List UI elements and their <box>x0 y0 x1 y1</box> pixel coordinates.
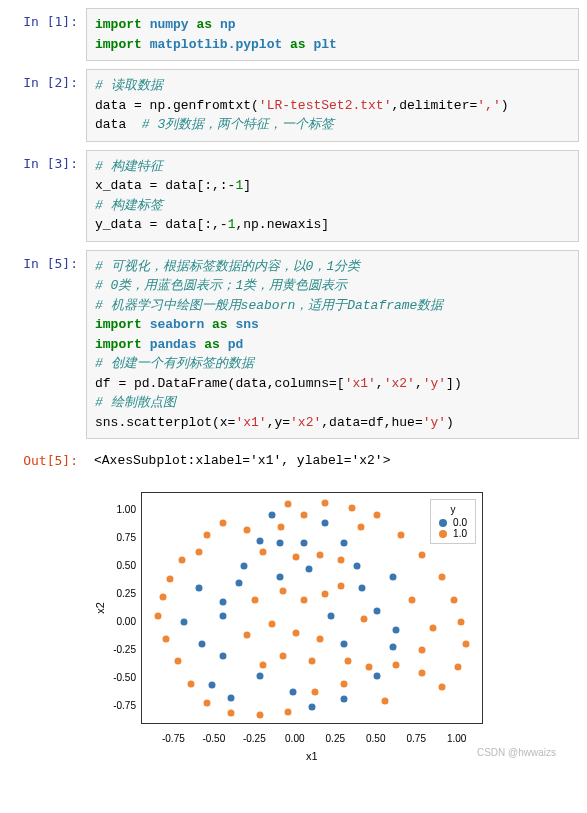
output-cell-5: Out[5]: <AxesSubplot:xlabel='x1', ylabel… <box>8 447 579 474</box>
scatter-point <box>244 527 251 534</box>
scatter-point <box>341 641 348 648</box>
scatter-point <box>292 630 299 637</box>
scatter-point <box>321 520 328 527</box>
scatter-point <box>174 658 181 665</box>
chart-legend: y 0.0 1.0 <box>430 499 476 544</box>
scatter-point <box>344 658 351 665</box>
code-cell-5: In [5]: # 可视化，根据标签数据的内容，以0，1分类 # 0类，用蓝色圆… <box>8 250 579 440</box>
scatter-point <box>438 574 445 581</box>
scatter-point <box>309 658 316 665</box>
scatter-point <box>300 512 307 519</box>
x-tick-label: 0.50 <box>366 733 385 744</box>
scatter-point <box>312 688 319 695</box>
y-tick-label: 0.25 <box>86 587 136 598</box>
scatter-point <box>166 576 173 583</box>
y-tick-label: 0.50 <box>86 559 136 570</box>
scatter-point <box>276 574 283 581</box>
scatter-point <box>219 652 226 659</box>
legend-item-1: 1.0 <box>439 528 467 539</box>
scatter-point <box>300 596 307 603</box>
y-axis-label: x2 <box>94 602 106 614</box>
scatter-point <box>357 523 364 530</box>
x-tick-label: -0.75 <box>162 733 185 744</box>
y-tick-label: 0.75 <box>86 531 136 542</box>
scatter-point <box>328 613 335 620</box>
scatter-point <box>398 531 405 538</box>
code-cell-1: In [1]: import numpy as np import matplo… <box>8 8 579 61</box>
scatter-point <box>252 596 259 603</box>
scatter-point <box>381 697 388 704</box>
code-block-2[interactable]: # 读取数据 data = np.genfromtxt('LR-testSet2… <box>86 69 579 142</box>
scatter-point <box>393 661 400 668</box>
y-tick-label: -0.50 <box>86 672 136 683</box>
scatter-point <box>341 540 348 547</box>
in-prompt-3: In [3]: <box>8 150 86 242</box>
scatter-point <box>278 523 285 530</box>
scatter-point <box>292 553 299 560</box>
legend-title: y <box>439 504 467 515</box>
y-tick-label: -0.25 <box>86 644 136 655</box>
scatter-point <box>203 699 210 706</box>
in-prompt-2: In [2]: <box>8 69 86 142</box>
scatter-point <box>155 613 162 620</box>
scatter-point <box>257 538 264 545</box>
scatter-point <box>393 626 400 633</box>
scatter-point <box>179 557 186 564</box>
scatter-point <box>260 549 267 556</box>
scatter-point <box>341 680 348 687</box>
y-tick-label: -0.75 <box>86 700 136 711</box>
code-block-5[interactable]: # 可视化，根据标签数据的内容，以0，1分类 # 0类，用蓝色圆表示；1类，用黄… <box>86 250 579 440</box>
scatter-point <box>419 551 426 558</box>
scatter-point <box>454 663 461 670</box>
scatter-point <box>195 585 202 592</box>
scatter-point <box>451 596 458 603</box>
scatter-point <box>419 669 426 676</box>
scatter-point <box>338 557 345 564</box>
code-cell-3: In [3]: # 构建特征 x_data = data[:,:-1] # 构建… <box>8 150 579 242</box>
x-axis-label: x1 <box>306 750 318 762</box>
scatter-point <box>389 574 396 581</box>
scatter-point <box>279 652 286 659</box>
scatter-point <box>160 594 167 601</box>
scatter-point <box>284 708 291 715</box>
scatter-point <box>338 583 345 590</box>
x-tick-label: 0.75 <box>407 733 426 744</box>
scatter-point <box>389 643 396 650</box>
code-block-3[interactable]: # 构建特征 x_data = data[:,:-1] # 构建标签 y_dat… <box>86 150 579 242</box>
scatter-point <box>163 635 170 642</box>
output-text-5: <AxesSubplot:xlabel='x1', ylabel='x2'> <box>86 447 579 474</box>
scatter-point <box>181 619 188 626</box>
scatter-point <box>268 512 275 519</box>
x-tick-label: -0.50 <box>202 733 225 744</box>
scatter-point <box>198 641 205 648</box>
legend-item-0: 0.0 <box>439 517 467 528</box>
scatter-point <box>430 624 437 631</box>
scatter-point <box>321 590 328 597</box>
y-tick-label: 0.00 <box>86 616 136 627</box>
code-block-1[interactable]: import numpy as np import matplotlib.pyp… <box>86 8 579 61</box>
in-prompt-5: In [5]: <box>8 250 86 440</box>
scatter-chart: y 0.0 1.0 x2 x1 -0.75-0.50-0.250.000.250… <box>86 482 516 762</box>
scatter-point <box>228 709 235 716</box>
in-prompt-1: In [1]: <box>8 8 86 61</box>
scatter-point <box>365 663 372 670</box>
scatter-point <box>279 587 286 594</box>
scatter-point <box>419 647 426 654</box>
x-tick-label: 0.00 <box>285 733 304 744</box>
code-cell-2: In [2]: # 读取数据 data = np.genfromtxt('LR-… <box>8 69 579 142</box>
x-tick-label: 1.00 <box>447 733 466 744</box>
scatter-point <box>260 661 267 668</box>
scatter-point <box>409 596 416 603</box>
scatter-point <box>228 695 235 702</box>
y-tick-label: 1.00 <box>86 503 136 514</box>
watermark-text: CSDN @hwwaizs <box>477 747 556 758</box>
scatter-point <box>341 696 348 703</box>
scatter-point <box>284 501 291 508</box>
scatter-point <box>219 520 226 527</box>
scatter-point <box>268 621 275 628</box>
scatter-point <box>373 607 380 614</box>
scatter-point <box>354 562 361 569</box>
scatter-point <box>187 680 194 687</box>
scatter-point <box>257 712 264 719</box>
scatter-point <box>219 598 226 605</box>
